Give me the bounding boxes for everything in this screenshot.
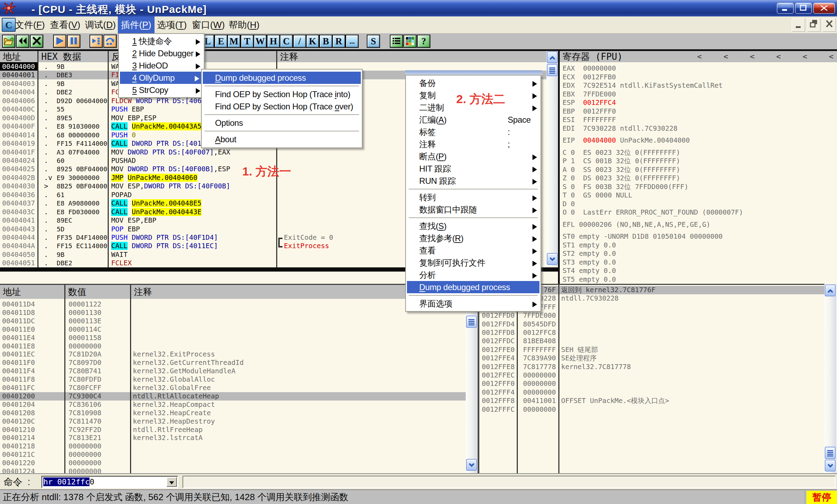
- stack-row[interactable]: 0012FFE47C839A90SE处理程序: [480, 354, 824, 362]
- menu-item[interactable]: Find OEP by Section Hop (Trace into): [202, 88, 362, 100]
- close-program-icon[interactable]: [30, 35, 43, 48]
- scroll-thumb[interactable]: [825, 447, 836, 459]
- scroll-down-icon[interactable]: [466, 459, 477, 471]
- dump-row[interactable]: 004011F07C8097D0kernel32.GetCurrentThrea…: [0, 359, 466, 367]
- menu-item[interactable]: 5 StrCopy: [119, 84, 204, 96]
- toolbar-window-e[interactable]: E: [214, 35, 228, 48]
- menu-item[interactable]: 分析: [406, 269, 541, 281]
- scroll-thumb[interactable]: [547, 64, 558, 76]
- menu-item[interactable]: About: [202, 133, 362, 145]
- register-row[interactable]: ECX 0012FFB0: [563, 73, 835, 81]
- menu-item[interactable]: 1 快捷命令: [119, 35, 204, 47]
- column-separator[interactable]: [108, 51, 109, 272]
- scroll-thumb[interactable]: [466, 316, 477, 328]
- menu-item[interactable]: Find OEP by Section Hop (Trace over): [202, 100, 362, 113]
- menu-V[interactable]: 查看(V): [47, 16, 84, 33]
- column-separator[interactable]: [37, 51, 38, 272]
- dump-row[interactable]: 004012087C810908kernel32.HeapCreate: [0, 409, 466, 417]
- scroll-down-icon[interactable]: [825, 460, 836, 471]
- register-row[interactable]: EDI 7C930228 ntdll.7C930228: [563, 124, 835, 133]
- dump-row[interactable]: 004012107C92FF2Dntdll.RtlFreeHeap: [0, 426, 466, 434]
- register-row[interactable]: ST3 empty 0.0: [563, 258, 835, 267]
- menu-P[interactable]: 插件(P): [118, 16, 155, 33]
- minimize-button[interactable]: [777, 3, 794, 14]
- register-row[interactable]: EAX 00000000: [563, 64, 835, 73]
- dump-row[interactable]: 004012047C836106kernel32.HeapCompact: [0, 401, 466, 409]
- dump-row[interactable]: 0040120C7C811470kernel32.HeapDestroy: [0, 417, 466, 426]
- menu-item[interactable]: 数据窗口中跟随: [406, 203, 541, 216]
- register-row[interactable]: O 0 LastErr ERROR_PROC_NOT_FOUND (000000…: [563, 208, 835, 217]
- dump-row[interactable]: 0040121800000000: [0, 442, 466, 451]
- dump-row[interactable]: 004011F47C80B741kernel32.GetModuleHandle…: [0, 367, 466, 375]
- register-row[interactable]: C 0 ES 0023 32位 0(FFFFFFFF): [563, 148, 835, 157]
- toolbar-window-w[interactable]: W: [253, 35, 267, 48]
- register-row[interactable]: ST4 empty 0.0: [563, 266, 835, 275]
- collapse-chevron-icon[interactable]: <: [750, 51, 754, 62]
- toolbar-window-s[interactable]: S: [367, 35, 380, 48]
- menu-H[interactable]: 帮助(H): [226, 16, 263, 33]
- collapse-chevron-icon[interactable]: <: [829, 51, 834, 62]
- register-row[interactable]: ST1 empty 0.0: [563, 241, 835, 250]
- menu-item[interactable]: Dump debugged process: [407, 281, 539, 293]
- dump-row[interactable]: 004011DC0000113E: [0, 317, 466, 325]
- register-row[interactable]: Z 0 DS 0023 32位 0(FFFFFFFF): [563, 174, 835, 182]
- run-icon[interactable]: [53, 35, 66, 48]
- log-window-icon[interactable]: [390, 35, 403, 48]
- register-row[interactable]: ST2 empty 0.0: [563, 249, 835, 258]
- mdi-minimize-button[interactable]: [792, 18, 806, 32]
- menu-item[interactable]: 备份: [406, 77, 541, 89]
- register-row[interactable]: D 0: [563, 200, 835, 208]
- disassembly-scrollbar[interactable]: [546, 51, 558, 266]
- toolbar-window-k[interactable]: K: [306, 35, 319, 48]
- menu-item[interactable]: Options: [202, 117, 362, 129]
- register-row[interactable]: A 0 SS 0023 32位 0(FFFFFFFF): [563, 165, 835, 174]
- menu-item[interactable]: 3 HideOD: [119, 59, 204, 72]
- toolbar-window-r[interactable]: R: [332, 35, 345, 48]
- dump-row[interactable]: 0040121C00000000: [0, 451, 466, 459]
- registers-panel[interactable]: 寄存器 (FPU) <<<<<< EAX 00000000ECX 0012FFB…: [560, 51, 837, 284]
- menu-W[interactable]: 窗口(W): [189, 16, 228, 33]
- menu-F[interactable]: 文件(F): [12, 16, 48, 33]
- toolbar-window-b[interactable]: B: [319, 35, 332, 48]
- column-separator[interactable]: [64, 285, 65, 473]
- appearance-icon[interactable]: [403, 35, 417, 48]
- collapse-chevron-icon[interactable]: <: [697, 51, 702, 62]
- collapse-chevron-icon[interactable]: <: [802, 51, 807, 62]
- menu-item[interactable]: 复制到可执行文件: [406, 257, 541, 269]
- register-row[interactable]: S 0 FS 003B 32位 7FFDD000(FFF): [563, 182, 835, 191]
- menu-item[interactable]: RUN 跟踪: [406, 175, 541, 187]
- registers-chevrons[interactable]: <<<<<<: [697, 51, 834, 62]
- scroll-down-icon[interactable]: [547, 253, 558, 265]
- mdi-restore-button[interactable]: [807, 18, 821, 32]
- stack-row[interactable]: 0012FFE87C817778kernel32.7C817778: [480, 363, 824, 371]
- register-row[interactable]: ST5 empty 0.0: [563, 275, 835, 284]
- step-into-icon[interactable]: [90, 35, 103, 48]
- menu-item[interactable]: 4 OllyDump: [120, 72, 203, 84]
- toolbar-window-c[interactable]: C: [280, 35, 293, 48]
- maximize-button[interactable]: [795, 3, 812, 14]
- dump-row[interactable]: 004011D400001122: [0, 300, 466, 309]
- command-input[interactable]: hr 0012ffc0: [41, 476, 178, 488]
- scroll-up-icon[interactable]: [547, 51, 558, 63]
- menu-item[interactable]: 查找参考(R): [406, 232, 541, 244]
- menu-item[interactable]: HIT 跟踪: [406, 163, 541, 175]
- stack-row[interactable]: 0012FFEC00000000: [480, 371, 824, 380]
- stack-scrollbar[interactable]: [824, 284, 836, 473]
- scroll-up-icon[interactable]: [825, 285, 836, 296]
- toolbar-window-t[interactable]: T: [241, 35, 254, 48]
- dump-row[interactable]: 004011EC7C81D20Akernel32.ExitProcess: [0, 350, 466, 359]
- dump-row[interactable]: 004011F87C80FDFDkernel32.GlobalAlloc: [0, 375, 466, 384]
- register-row[interactable]: ST0 empty -UNORM D1D8 01050104 00000000: [563, 232, 835, 241]
- register-row[interactable]: ESP 0012FFC4: [563, 98, 835, 107]
- stack-row[interactable]: 0012FFFC00000000: [480, 405, 824, 414]
- dump-row[interactable]: 0040122400000000: [0, 467, 466, 473]
- restart-icon[interactable]: [16, 35, 29, 48]
- column-separator[interactable]: [130, 285, 131, 473]
- menu-item[interactable]: 注释;: [406, 138, 541, 150]
- stack-row[interactable]: 0012FFF000000000: [480, 380, 824, 388]
- menu-item[interactable]: 查看: [406, 244, 541, 257]
- menu-item[interactable]: 2 Hide Debugger: [119, 47, 204, 59]
- register-row[interactable]: EBX 7FFDE000: [563, 90, 835, 99]
- step-over-icon[interactable]: [103, 35, 117, 48]
- stack-row[interactable]: 0012FFE0FFFFFFFFSEH 链尾部: [480, 346, 824, 354]
